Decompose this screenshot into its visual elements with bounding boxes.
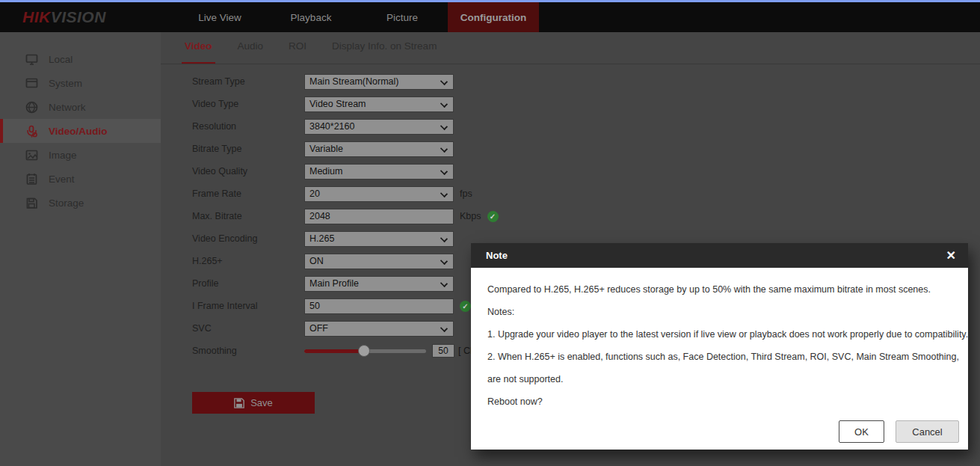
tab-audio[interactable]: Audio	[235, 40, 267, 64]
ok-button[interactable]: OK	[839, 420, 884, 443]
select-value: ON	[309, 256, 324, 266]
h-265--select[interactable]: ON	[304, 254, 454, 269]
form-row-bitrate-type: Bitrate TypeVariable	[161, 138, 980, 160]
sidebar-item-label: Network	[49, 102, 86, 113]
form-row-video-type: Video TypeVideo Stream	[161, 93, 980, 115]
video-type-select[interactable]: Video Stream	[304, 96, 454, 112]
chevron-down-icon	[440, 77, 448, 85]
chevron-down-icon	[440, 189, 448, 197]
note-dialog: Note ✕ Compared to H.265, H.265+ reduces…	[471, 243, 968, 450]
field-label: H.265+	[192, 256, 304, 266]
video-encoding-select[interactable]: H.265	[304, 231, 454, 247]
video-quality-select[interactable]: Medium	[304, 164, 454, 180]
chevron-down-icon	[440, 324, 448, 331]
event-icon	[25, 173, 38, 186]
dialog-text-line: Notes:	[487, 301, 953, 323]
close-icon[interactable]: ✕	[946, 250, 956, 262]
field-label: Video Quality	[192, 166, 304, 177]
sidebar: LocalSystemNetworkVideo/AudioImageEventS…	[0, 32, 161, 466]
hikvision-config-page: HIKVISION Live ViewPlaybackPictureConfig…	[0, 0, 980, 466]
cancel-button[interactable]: Cancel	[896, 420, 959, 443]
sidebar-item-label: Local	[49, 54, 73, 65]
sidebar-item-storage[interactable]: Storage	[0, 191, 161, 215]
field-label: Profile	[192, 278, 304, 289]
sidebar-item-network[interactable]: Network	[0, 95, 161, 119]
select-value: Medium	[309, 166, 342, 177]
sidebar-item-label: System	[49, 78, 82, 89]
dialog-text-line: 1. Upgrade your video player to the late…	[487, 323, 953, 346]
hikvision-logo: HIKVISION	[0, 2, 174, 32]
dialog-text-line: Reboot now?	[487, 390, 953, 413]
field-label: Smoothing	[192, 346, 304, 356]
valid-check-icon: ✓	[460, 301, 471, 312]
sidebar-item-image[interactable]: Image	[0, 143, 161, 167]
nav-item-picture[interactable]: Picture	[357, 2, 448, 32]
chevron-down-icon	[440, 144, 448, 152]
tab-video[interactable]: Video	[182, 40, 215, 64]
select-value: H.265	[309, 233, 334, 244]
dialog-text-line: are not supported.	[487, 368, 953, 390]
form-row-stream-type: Stream TypeMain Stream(Normal)	[161, 70, 980, 93]
chevron-down-icon	[440, 257, 448, 264]
chevron-down-icon	[440, 122, 448, 129]
sidebar-item-local[interactable]: Local	[0, 47, 161, 71]
svc-select[interactable]: OFF	[304, 321, 454, 337]
chevron-down-icon	[440, 99, 448, 107]
dialog-buttons: OK Cancel	[839, 420, 959, 443]
audio-video-icon	[25, 125, 38, 138]
field-label: Video Encoding	[192, 233, 304, 244]
field-label: Resolution	[192, 121, 304, 132]
form-row-resolution: Resolution3840*2160	[161, 115, 980, 138]
field-label: Max. Bitrate	[192, 211, 304, 221]
tab-display-info-on-stream[interactable]: Display Info. on Stream	[329, 40, 440, 64]
slider-handle[interactable]	[358, 345, 370, 357]
max-bitrate-input[interactable]: 2048	[304, 209, 454, 224]
nav-item-playback[interactable]: Playback	[265, 2, 357, 32]
stream-type-select[interactable]: Main Stream(Normal)	[304, 74, 454, 90]
field-label: Stream Type	[192, 76, 304, 87]
sidebar-item-label: Storage	[49, 197, 84, 209]
sidebar-item-label: Video/Audio	[49, 126, 108, 137]
unit-label: fps	[460, 188, 472, 199]
dialog-body: Compared to H.265, H.265+ reduces storag…	[471, 268, 968, 413]
sidebar-item-event[interactable]: Event	[0, 167, 161, 191]
sidebar-item-label: Image	[49, 150, 77, 161]
frame-rate-select[interactable]: 20	[304, 186, 454, 202]
tab-roi[interactable]: ROI	[286, 40, 309, 64]
save-icon	[234, 398, 244, 408]
image-icon	[25, 149, 38, 162]
nav-item-configuration[interactable]: Configuration	[448, 2, 539, 32]
save-button[interactable]: Save	[192, 392, 315, 414]
select-value: 3840*2160	[309, 121, 354, 132]
valid-check-icon: ✓	[487, 211, 499, 222]
field-label: Bitrate Type	[192, 144, 304, 154]
nav-items: Live ViewPlaybackPictureConfiguration	[174, 2, 539, 32]
tab-bar: VideoAudioROIDisplay Info. on Stream	[161, 32, 980, 64]
field-label: SVC	[192, 323, 304, 334]
chevron-down-icon	[440, 167, 448, 174]
bitrate-type-select[interactable]: Variable	[304, 141, 454, 157]
i-frame-interval-input[interactable]: 50	[304, 298, 454, 314]
logo-hik: HIK	[22, 8, 51, 26]
form-row-video-quality: Video QualityMedium	[161, 160, 980, 183]
profile-select[interactable]: Main Profile	[304, 276, 454, 292]
smoothing-slider[interactable]	[304, 349, 426, 353]
select-value: 20	[309, 188, 320, 199]
field-label: Frame Rate	[192, 188, 304, 199]
select-value: OFF	[309, 323, 328, 334]
dialog-header: Note ✕	[471, 243, 968, 268]
form-row-max-bitrate: Max. Bitrate2048Kbps✓	[161, 205, 980, 227]
dialog-text-line: Compared to H.265, H.265+ reduces storag…	[487, 278, 953, 301]
nav-item-live-view[interactable]: Live View	[174, 2, 265, 32]
sidebar-item-video-audio[interactable]: Video/Audio	[0, 119, 161, 143]
resolution-select[interactable]: 3840*2160	[304, 119, 454, 135]
top-navigation: HIKVISION Live ViewPlaybackPictureConfig…	[0, 2, 980, 32]
field-label: I Frame Interval	[192, 301, 304, 311]
smoothing-value-input[interactable]: 50	[432, 344, 454, 358]
dialog-text-line: 2. When H.265+ is enabled, functions suc…	[487, 346, 953, 368]
sidebar-item-system[interactable]: System	[0, 71, 161, 95]
select-value: Variable	[309, 144, 343, 154]
window-icon	[25, 77, 38, 90]
dialog-title: Note	[486, 250, 946, 261]
monitor-icon	[25, 53, 38, 66]
